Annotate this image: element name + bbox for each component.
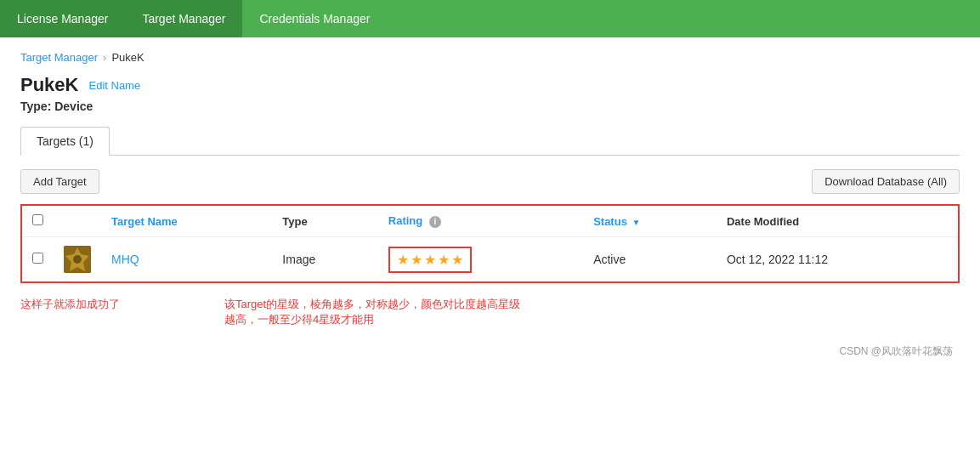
star-5: ★ xyxy=(451,252,463,268)
download-database-button[interactable]: Download Database (All) xyxy=(812,169,960,194)
annotation-row: 这样子就添加成功了 该Target的星级，棱角越多，对称越少，颜色对比度越高星级… xyxy=(20,297,960,327)
svg-point-2 xyxy=(73,255,82,264)
toolbar-row: Add Target Download Database (All) xyxy=(20,169,960,194)
footer-text: CSDN @风吹落叶花飘荡 xyxy=(839,344,953,359)
rating-stars-container: ★ ★ ★ ★ ★ xyxy=(388,247,472,273)
header-target-name[interactable]: Target Name xyxy=(101,205,272,237)
breadcrumb-parent[interactable]: Target Manager xyxy=(20,51,98,64)
main-content: Target Manager › PukeK PukeK Edit Name T… xyxy=(0,37,980,372)
header-rating: Rating i xyxy=(378,205,583,237)
header-checkbox xyxy=(21,205,54,237)
row-type-value: Image xyxy=(282,253,315,266)
header-thumb xyxy=(54,205,101,237)
row-status-cell: Active xyxy=(583,237,717,283)
table-row: MHQ Image ★ ★ ★ ★ ★ Active xyxy=(21,237,959,283)
annotation-right: 该Target的星级，棱角越多，对称越少，颜色对比度越高星级越高，一般至少得4星… xyxy=(224,297,960,327)
type-row: Type: Device xyxy=(20,99,960,113)
status-sort-icon: ▼ xyxy=(632,218,641,227)
add-target-button[interactable]: Add Target xyxy=(20,169,99,194)
nav-credentials-manager[interactable]: Credentials Manager xyxy=(242,0,387,37)
star-4: ★ xyxy=(438,252,450,268)
row-checkbox[interactable] xyxy=(32,253,43,264)
breadcrumb: Target Manager › PukeK xyxy=(20,51,960,64)
footer-row: CSDN @风吹落叶花飘荡 xyxy=(20,344,960,359)
star-2: ★ xyxy=(411,252,422,268)
star-1: ★ xyxy=(397,252,409,268)
row-status-value: Active xyxy=(593,253,626,266)
nav-target-manager[interactable]: Target Manager xyxy=(125,0,242,37)
target-thumbnail xyxy=(64,246,91,273)
header-date-modified: Date Modified xyxy=(717,205,959,237)
targets-table: Target Name Type Rating i Status ▼ Date … xyxy=(20,204,960,283)
select-all-checkbox[interactable] xyxy=(32,214,43,225)
annotation-left: 这样子就添加成功了 xyxy=(20,297,190,327)
row-thumb-cell xyxy=(54,237,101,283)
tabs-bar: Targets (1) xyxy=(20,127,960,156)
row-checkbox-cell xyxy=(21,237,54,283)
row-date-cell: Oct 12, 2022 11:12 xyxy=(717,237,959,283)
edit-name-link[interactable]: Edit Name xyxy=(88,79,140,92)
row-target-name-cell: MHQ xyxy=(101,237,272,283)
table-header-row: Target Name Type Rating i Status ▼ Date … xyxy=(21,205,959,237)
page-title: PukeK xyxy=(20,74,78,96)
tab-targets[interactable]: Targets (1) xyxy=(20,127,110,156)
breadcrumb-current: PukeK xyxy=(111,51,144,64)
page-title-row: PukeK Edit Name xyxy=(20,74,960,96)
breadcrumb-separator: › xyxy=(103,51,106,64)
star-3: ★ xyxy=(424,252,436,268)
header-type: Type xyxy=(272,205,377,237)
top-navigation: License Manager Target Manager Credentia… xyxy=(0,0,980,37)
nav-license-manager[interactable]: License Manager xyxy=(0,0,125,37)
header-status[interactable]: Status ▼ xyxy=(583,205,717,237)
row-type-cell: Image xyxy=(272,237,377,283)
row-date-value: Oct 12, 2022 11:12 xyxy=(727,253,828,266)
type-value: Device xyxy=(54,99,93,113)
target-name-link[interactable]: MHQ xyxy=(111,253,139,266)
row-rating-cell: ★ ★ ★ ★ ★ xyxy=(378,237,583,283)
type-label: Type: xyxy=(20,99,51,113)
rating-info-icon[interactable]: i xyxy=(429,216,441,228)
